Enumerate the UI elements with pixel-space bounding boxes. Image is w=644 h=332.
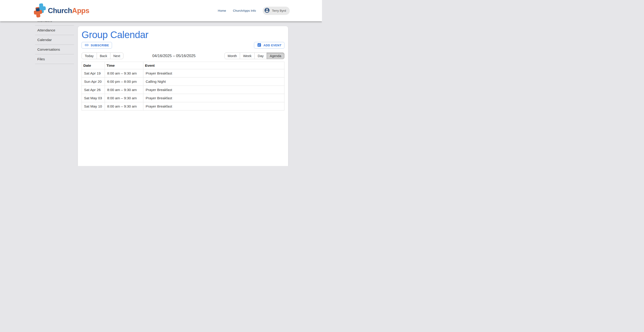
event-time: 8:00 am – 9:30 am (105, 102, 143, 110)
logo-wordmark: ChurchApps (48, 7, 89, 15)
today-button[interactable]: Today (82, 53, 97, 59)
event-title: Prayer Breakfast (143, 94, 284, 102)
event-date: Sat Apr 26 (82, 86, 105, 94)
event-time: 8:00 am – 9:30 am (105, 86, 143, 94)
date-range-label: 04/16/2025 – 05/16/2025 (124, 54, 224, 58)
view-agenda-button[interactable]: Agenda (266, 53, 284, 59)
table-row: Sat Apr 19 8:00 am – 9:30 am Prayer Brea… (82, 69, 284, 78)
table-row: Sat Apr 26 8:00 am – 9:30 am Prayer Brea… (82, 86, 284, 94)
actions-row: SUBSCRIBE ADD EVENT (82, 42, 284, 49)
event-date: Sun Apr 20 (82, 78, 105, 86)
calendar-icon (257, 43, 262, 48)
view-week-button[interactable]: Week (240, 53, 255, 59)
agenda-header-row: Date Time Event (82, 62, 284, 69)
event-date: Sat Apr 19 (82, 69, 105, 78)
event-title: Calling Night (143, 78, 284, 86)
page: Members Attendance Calendar Conversation… (0, 0, 322, 166)
event-date: Sat May 10 (82, 102, 105, 110)
view-month-button[interactable]: Month (224, 53, 240, 59)
app-header: ChurchApps Home ChurchApps Info Terry By… (0, 0, 322, 21)
nav-button-group: Today Back Next (82, 53, 124, 59)
user-name: Terry Byrd (272, 9, 286, 12)
account-circle-icon (264, 7, 270, 14)
calendar-toolbar: Today Back Next 04/16/2025 – 05/16/2025 … (82, 53, 284, 59)
churchapps-logo[interactable]: ChurchApps (34, 2, 89, 20)
sidebar-item-calendar[interactable]: Calendar (35, 35, 74, 45)
view-day-button[interactable]: Day (254, 53, 267, 59)
link-icon (84, 43, 89, 48)
page-title: Group Calendar (82, 29, 148, 40)
cross-logo-icon (34, 3, 46, 18)
subscribe-label: SUBSCRIBE (91, 44, 109, 47)
column-header-time: Time (105, 62, 143, 69)
table-row: Sun Apr 20 6:00 pm – 8:00 pm Calling Nig… (82, 78, 284, 86)
sidebar-item-attendance[interactable]: Attendance (35, 26, 74, 35)
agenda-table: Date Time Event Sat Apr 19 8:00 am – 9:3… (82, 62, 284, 110)
next-button[interactable]: Next (110, 53, 124, 59)
nav-link-home[interactable]: Home (218, 9, 226, 12)
subscribe-button[interactable]: SUBSCRIBE (82, 42, 112, 49)
table-row: Sat May 03 8:00 am – 9:30 am Prayer Brea… (82, 94, 284, 102)
event-time: 8:00 am – 9:30 am (105, 69, 143, 78)
event-title: Prayer Breakfast (143, 86, 284, 94)
group-sidebar: Members Attendance Calendar Conversation… (35, 16, 74, 64)
event-title: Prayer Breakfast (143, 69, 284, 78)
sidebar-item-files[interactable]: Files (35, 54, 74, 64)
event-date: Sat May 03 (82, 94, 105, 102)
event-title: Prayer Breakfast (143, 102, 284, 110)
table-row: Sat May 10 8:00 am – 9:30 am Prayer Brea… (82, 102, 284, 110)
nav-link-churchapps-info[interactable]: ChurchApps Info (233, 9, 256, 12)
column-header-date: Date (82, 62, 105, 69)
sidebar-item-conversations[interactable]: Conversations (35, 45, 74, 54)
view-button-group: Month Week Day Agenda (224, 53, 284, 59)
group-calendar-card: Group Calendar SUBSCRIBE (78, 26, 288, 166)
top-nav: Home ChurchApps Info Terry Byrd (218, 0, 290, 21)
add-event-button[interactable]: ADD EVENT (254, 42, 284, 49)
event-time: 8:00 am – 9:30 am (105, 94, 143, 102)
column-header-event: Event (143, 62, 284, 69)
add-event-label: ADD EVENT (263, 44, 282, 47)
back-button[interactable]: Back (97, 53, 110, 59)
event-time: 6:00 pm – 8:00 pm (105, 78, 143, 86)
user-menu-button[interactable]: Terry Byrd (263, 7, 290, 15)
